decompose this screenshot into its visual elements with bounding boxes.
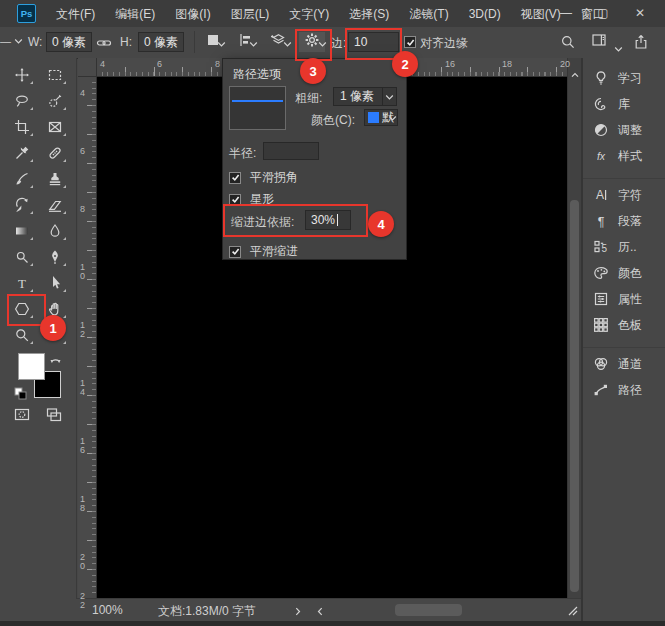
maximize-button[interactable]: ▢ bbox=[590, 6, 616, 20]
ruler-number: 20 bbox=[80, 553, 85, 571]
path-arrangement-button[interactable] bbox=[266, 32, 290, 52]
menu-item[interactable]: 文件(F) bbox=[46, 1, 105, 27]
color-select[interactable]: 默 bbox=[364, 109, 398, 126]
blur-tool[interactable] bbox=[38, 218, 71, 244]
check-icon bbox=[231, 195, 240, 204]
path-select-tool[interactable] bbox=[38, 270, 71, 296]
indent-field[interactable]: 30% bbox=[305, 210, 351, 230]
align-edges-checkbox[interactable] bbox=[404, 36, 416, 48]
stamp-tool[interactable] bbox=[38, 166, 71, 192]
check-icon bbox=[231, 173, 240, 182]
workspace-icon bbox=[591, 32, 607, 48]
swap-colors-icon[interactable] bbox=[49, 351, 62, 369]
star-checkbox[interactable] bbox=[229, 194, 241, 206]
height-label: H: bbox=[120, 35, 132, 49]
indent-label: 缩进边依据: bbox=[231, 214, 294, 231]
healing-tool[interactable] bbox=[38, 140, 71, 166]
align-edges-label: 对齐边缘 bbox=[420, 35, 468, 52]
gradient-tool[interactable] bbox=[5, 218, 38, 244]
horizontal-scrollbar-thumb[interactable] bbox=[395, 604, 462, 616]
menu-items: 文件(F)编辑(E)图像(I)图层(L)文字(Y)选择(S)滤镜(T)3D(D)… bbox=[46, 1, 615, 27]
lasso-tool[interactable] bbox=[5, 88, 38, 114]
search-icon[interactable] bbox=[560, 34, 576, 54]
eraser-tool bbox=[47, 197, 63, 213]
thickness-select[interactable]: 1 像素 bbox=[333, 87, 397, 106]
dodge-tool[interactable] bbox=[5, 244, 38, 270]
scroll-up-icon[interactable] bbox=[571, 64, 579, 82]
panel-tab-路径[interactable]: 路径 bbox=[583, 377, 665, 403]
panel-tab-库[interactable]: 库 bbox=[583, 91, 665, 117]
menu-item[interactable]: 选择(S) bbox=[339, 1, 399, 27]
radius-field[interactable] bbox=[263, 142, 319, 160]
pen-tool[interactable] bbox=[38, 244, 71, 270]
minimize-button[interactable]: — bbox=[553, 6, 579, 20]
menu-item[interactable]: 图像(I) bbox=[165, 1, 220, 27]
menu-item[interactable]: 文字(Y) bbox=[279, 1, 339, 27]
foreground-color-swatch[interactable] bbox=[18, 353, 45, 380]
eyedropper-tool[interactable] bbox=[5, 140, 38, 166]
vertical-scrollbar[interactable] bbox=[567, 58, 582, 598]
crop-tool bbox=[14, 119, 30, 135]
panel-tab-颜色[interactable]: 颜色 bbox=[583, 260, 665, 286]
brush-tool bbox=[14, 171, 30, 187]
quick-select-tool[interactable] bbox=[38, 88, 71, 114]
path-alignment-button[interactable] bbox=[234, 32, 256, 52]
grip-icon bbox=[568, 606, 578, 616]
shape-settings-button[interactable] bbox=[299, 32, 325, 52]
scroll-left-icon[interactable] bbox=[317, 605, 323, 619]
zoom-tool[interactable] bbox=[5, 322, 38, 348]
menu-item[interactable]: 图层(L) bbox=[221, 1, 280, 27]
move-tool[interactable] bbox=[5, 62, 38, 88]
chevron-down-icon bbox=[217, 34, 226, 52]
link-dimensions-icon[interactable] bbox=[96, 36, 112, 56]
history-icon: 5 bbox=[593, 239, 609, 255]
check-icon bbox=[231, 247, 240, 256]
smooth-indent-checkbox[interactable] bbox=[229, 246, 241, 258]
workspace-switcher[interactable] bbox=[586, 32, 612, 52]
check-icon bbox=[406, 33, 415, 51]
crop-tool[interactable] bbox=[5, 114, 38, 140]
brush-tool[interactable] bbox=[5, 166, 38, 192]
panel-tab-历..[interactable]: 5历.. bbox=[583, 234, 665, 260]
vertical-scrollbar-thumb[interactable] bbox=[570, 200, 579, 592]
menu-item[interactable]: 3D(D) bbox=[459, 1, 511, 27]
panel-tab-段落[interactable]: ¶段落 bbox=[583, 208, 665, 234]
sides-field[interactable]: 10 bbox=[348, 32, 399, 52]
blur-tool bbox=[47, 223, 63, 239]
eraser-tool[interactable] bbox=[38, 192, 71, 218]
photoshop-window: Ps 文件(F)编辑(E)图像(I)图层(L)文字(Y)选择(S)滤镜(T)3D… bbox=[0, 0, 665, 626]
menu-item[interactable]: 滤镜(T) bbox=[399, 1, 458, 27]
smooth-corners-label: 平滑拐角 bbox=[250, 169, 298, 186]
svg-text:A: A bbox=[596, 188, 604, 202]
horizontal-scrollbar[interactable] bbox=[328, 603, 570, 617]
menu-item[interactable]: 编辑(E) bbox=[105, 1, 165, 27]
panel-tab-学习[interactable]: 学习 bbox=[583, 65, 665, 91]
share-icon[interactable] bbox=[633, 34, 649, 54]
polygon-tool[interactable] bbox=[5, 296, 38, 322]
default-colors-icon[interactable] bbox=[14, 386, 27, 404]
chevron-down-icon[interactable] bbox=[614, 39, 623, 57]
type-tool[interactable]: T bbox=[5, 270, 38, 296]
history-brush-tool[interactable] bbox=[5, 192, 38, 218]
panel-tab-样式[interactable]: fx样式 bbox=[583, 143, 665, 169]
zoom-level-field[interactable]: 100% bbox=[92, 603, 123, 617]
svg-text:fx: fx bbox=[597, 150, 606, 162]
close-button[interactable]: ✕ bbox=[627, 6, 653, 20]
smooth-corners-checkbox[interactable] bbox=[229, 172, 241, 184]
status-popup-icon[interactable] bbox=[295, 605, 301, 619]
marquee-tool[interactable] bbox=[38, 62, 71, 88]
frame-tool[interactable] bbox=[38, 114, 71, 140]
panel-tab-色板[interactable]: 色板 bbox=[583, 312, 665, 338]
tool-preset-dropdown[interactable]: — bbox=[0, 35, 18, 47]
panel-tab-字符[interactable]: A字符 bbox=[583, 182, 665, 208]
panel-tab-属性[interactable]: 属性 bbox=[583, 286, 665, 312]
screen-mode-button[interactable] bbox=[42, 408, 66, 426]
styles-icon: fx bbox=[593, 148, 609, 164]
height-field[interactable]: 0 像素 bbox=[138, 32, 184, 52]
panel-tab-通道[interactable]: 通道 bbox=[583, 351, 665, 377]
path-operations-button[interactable] bbox=[202, 32, 224, 52]
width-field[interactable]: 0 像素 bbox=[46, 32, 92, 52]
thickness-label: 粗细: bbox=[295, 90, 322, 107]
panel-tab-调整[interactable]: 调整 bbox=[583, 117, 665, 143]
quick-mask-button[interactable] bbox=[10, 408, 34, 426]
